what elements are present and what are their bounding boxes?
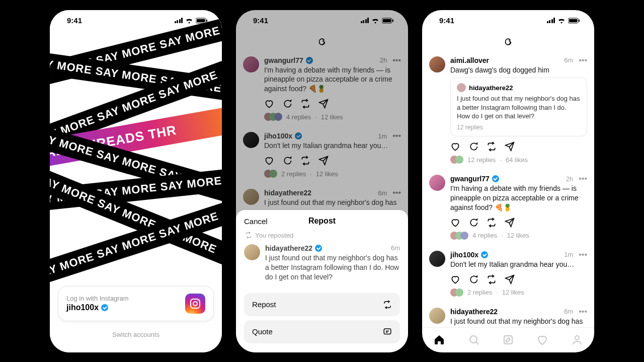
post[interactable]: aimi.allover 6m ••• Dawg's dawg's dog do…: [429, 51, 587, 170]
post[interactable]: jiho100x 1m ••• Don't let my Italian gra…: [429, 246, 587, 303]
more-icon[interactable]: •••: [579, 308, 587, 316]
status-bar: 9:41: [236, 10, 408, 31]
tab-profile-icon[interactable]: [571, 334, 583, 346]
login-username: jiho100x: [66, 303, 99, 312]
status-icons: [547, 18, 581, 24]
status-bar: 9:41: [50, 10, 222, 31]
post[interactable]: gwangurl77 2h ••• I'm having a debate wi…: [429, 170, 587, 246]
svg-rect-12: [579, 19, 580, 22]
phone-login: SAY MORE SAY MORE SAY MORE SAY MORE SAY …: [50, 10, 222, 352]
like-icon[interactable]: [450, 218, 460, 228]
likes-count[interactable]: 12 likes: [507, 232, 529, 239]
timestamp: 6m: [564, 56, 573, 64]
switch-accounts-link[interactable]: Switch accounts: [50, 331, 222, 338]
username[interactable]: hidayathere22: [265, 244, 312, 252]
repost-icon[interactable]: [487, 218, 497, 228]
sheet-title: Repost: [236, 216, 408, 226]
svg-rect-3: [191, 299, 200, 308]
threads-logo-icon: [422, 31, 594, 51]
phone-feed: 9:41 aimi.allover 6m ••• Dawg's dawg's d…: [422, 10, 594, 352]
avatar[interactable]: [429, 308, 445, 324]
username[interactable]: gwangurl77: [450, 175, 490, 183]
post-body: Don't let my Italian grandma hear you…: [450, 260, 587, 269]
tab-activity-icon[interactable]: [536, 334, 548, 346]
repliers-avatars: [450, 156, 463, 164]
comment-icon[interactable]: [468, 274, 478, 284]
post-body: Dawg's dawg's dog dogged him: [450, 65, 587, 75]
status-time: 9:41: [253, 16, 268, 25]
comment-icon[interactable]: [468, 218, 478, 228]
tab-compose-icon[interactable]: [502, 334, 514, 346]
replies-count[interactable]: 4 replies: [472, 232, 497, 239]
phone-repost-sheet: 9:41 gwangurl77 2h ••• I'm having a deba: [236, 10, 408, 352]
tab-bar: [422, 327, 594, 352]
username[interactable]: hidayathere22: [469, 84, 513, 92]
repliers-avatars: [450, 288, 463, 297]
more-icon[interactable]: •••: [579, 251, 587, 259]
like-icon[interactable]: [450, 141, 460, 152]
login-with-instagram-card[interactable]: Log in with Instagram jiho100x: [58, 286, 214, 321]
tab-search-icon[interactable]: [468, 334, 480, 346]
quote-body: I just found out that my neighbor's dog …: [457, 94, 581, 121]
repost-icon[interactable]: [487, 141, 497, 152]
share-icon[interactable]: [505, 274, 515, 284]
signal-icon: [547, 18, 555, 23]
timestamp: 2h: [566, 175, 573, 183]
post-body: I'm having a debate with my friends — is…: [450, 184, 587, 212]
feed[interactable]: aimi.allover 6m ••• Dawg's dawg's dog do…: [422, 51, 594, 327]
wifi-icon: [557, 18, 566, 24]
replies-count[interactable]: 12 replies: [467, 156, 496, 164]
quote-button[interactable]: Quote: [244, 320, 400, 343]
post[interactable]: hidayathere22 6m ••• I just found out th…: [429, 303, 587, 327]
comment-icon[interactable]: [468, 141, 478, 152]
repost-button[interactable]: Repost: [244, 293, 400, 316]
svg-point-15: [575, 336, 579, 340]
svg-rect-2: [206, 19, 207, 22]
signal-icon: [175, 18, 183, 23]
login-username-row: jiho100x: [66, 303, 129, 312]
verified-badge-icon: [492, 175, 499, 182]
avatar: [457, 83, 466, 92]
svg-rect-7: [383, 19, 391, 22]
status-icons: [175, 18, 208, 24]
status-bar: 9:41: [422, 10, 594, 31]
verified-badge-icon: [101, 304, 108, 311]
svg-rect-1: [197, 19, 205, 22]
username[interactable]: hidayathere22: [450, 308, 498, 316]
wifi-icon: [371, 18, 379, 24]
more-icon[interactable]: •••: [579, 175, 587, 183]
share-icon[interactable]: [505, 141, 515, 152]
avatar[interactable]: [429, 175, 445, 191]
svg-rect-11: [569, 19, 578, 22]
repost-sheet: Cancel Repost You reposted hidayathere22…: [236, 210, 408, 352]
post-body: I just found out that my neighbor's dog …: [450, 317, 587, 327]
like-icon[interactable]: [450, 274, 460, 284]
signal-icon: [361, 18, 369, 23]
username[interactable]: jiho100x: [450, 251, 478, 259]
wifi-icon: [185, 18, 193, 24]
replies-count[interactable]: 12 replies: [457, 124, 581, 131]
timestamp: 1m: [564, 251, 573, 258]
more-icon[interactable]: •••: [579, 56, 587, 64]
repost-icon: [245, 232, 252, 239]
verified-badge-icon: [315, 245, 322, 252]
instagram-logo-icon: [185, 294, 205, 314]
username[interactable]: aimi.allover: [450, 56, 489, 64]
tab-home-icon[interactable]: [433, 334, 445, 346]
avatar[interactable]: [244, 244, 260, 260]
login-subtitle: Log in with Instagram: [66, 295, 129, 302]
svg-rect-14: [504, 336, 512, 344]
quote-card[interactable]: hidayathere22 I just found out that my n…: [450, 78, 587, 136]
avatar[interactable]: [429, 251, 445, 267]
repost-icon[interactable]: [487, 274, 497, 284]
timestamp: 6m: [564, 308, 573, 315]
replies-count[interactable]: 2 replies: [467, 288, 492, 296]
likes-count[interactable]: 12 likes: [502, 288, 524, 296]
timestamp: 6m: [391, 244, 400, 252]
likes-count[interactable]: 64 likes: [506, 156, 528, 164]
avatar[interactable]: [429, 56, 445, 73]
battery-icon: [196, 18, 208, 24]
status-time: 9:41: [67, 16, 82, 25]
share-icon[interactable]: [505, 218, 515, 228]
status-time: 9:41: [439, 16, 454, 25]
